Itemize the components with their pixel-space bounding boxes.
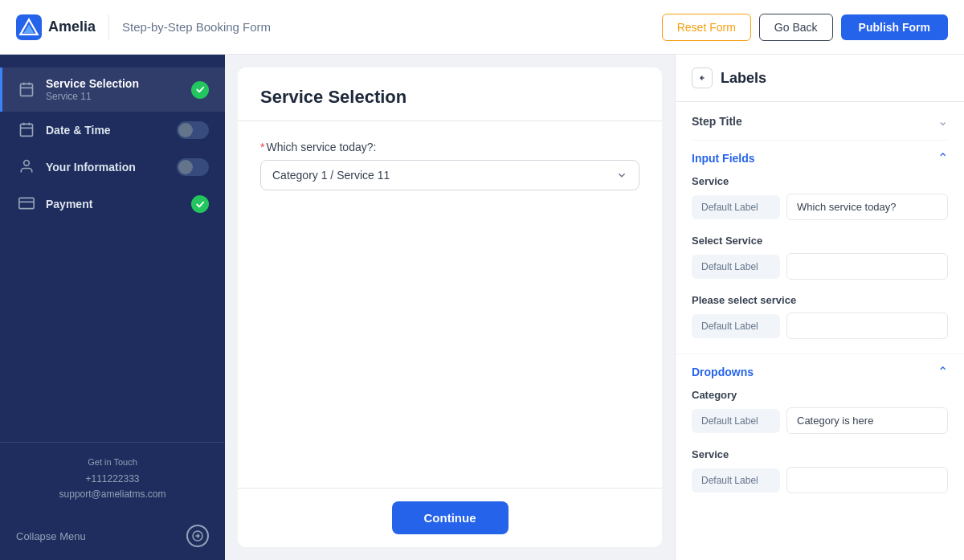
sidebar-item-service-selection-check <box>191 81 209 99</box>
topbar: Amelia Step-by-Step Booking Form Reset F… <box>0 0 964 55</box>
sidebar-contact-phone: +111222333 <box>16 472 209 487</box>
step-title-label: Step Title <box>692 115 742 128</box>
please-select-service-field-label: Please select service <box>692 294 948 306</box>
form-field-label-text: Which service today?: <box>266 141 376 153</box>
form-card: Service Selection *Which service today?:… <box>238 67 662 547</box>
category-field-group: Category Default Label <box>692 389 948 434</box>
panel-collapse-button[interactable] <box>692 67 713 88</box>
please-select-service-default-badge: Default Label <box>692 314 780 338</box>
collapse-icon <box>186 525 209 547</box>
sidebar-item-your-information-content: Your Information <box>46 161 167 174</box>
sidebar-item-payment-title: Payment <box>46 198 182 211</box>
panel-header: Labels <box>676 55 964 102</box>
input-fields-label[interactable]: Input Fields <box>692 152 755 165</box>
service-field-label: Service <box>692 175 948 187</box>
sidebar-contact-heading: Get in Touch <box>16 456 209 470</box>
sidebar-item-date-time-content: Date & Time <box>46 124 167 137</box>
topbar-left: Amelia Step-by-Step Booking Form <box>16 14 271 40</box>
svg-point-11 <box>24 161 30 166</box>
sidebar-item-service-selection-title: Service Selection <box>46 77 182 90</box>
logo-icon <box>16 14 42 40</box>
svg-rect-7 <box>21 124 33 136</box>
select-service-field-group: Select Service Default Label <box>692 235 948 280</box>
topbar-subtitle: Step-by-Step Booking Form <box>122 20 271 34</box>
svg-rect-12 <box>19 198 34 208</box>
sidebar-item-payment[interactable]: Payment <box>0 186 225 223</box>
service-default-badge: Default Label <box>692 195 780 219</box>
form-field-label: *Which service today?: <box>260 141 639 153</box>
dropdowns-section: Dropdowns ⌃ Category Default Label Servi… <box>676 354 964 493</box>
input-fields-chevron[interactable]: ⌃ <box>937 150 948 166</box>
form-area: Service Selection *Which service today?:… <box>225 55 675 560</box>
sidebar-item-service-selection[interactable]: Service Selection Service 11 <box>0 67 225 112</box>
sidebar-item-payment-check <box>191 195 209 213</box>
sidebar-item-date-time-title: Date & Time <box>46 124 167 137</box>
select-service-default-badge: Default Label <box>692 255 780 279</box>
step-title-section: Step Title ⌄ <box>676 102 964 141</box>
continue-button[interactable]: Continue <box>392 501 509 534</box>
service-field-row: Default Label <box>692 194 948 220</box>
category-default-badge: Default Label <box>692 409 780 433</box>
service-field-group: Service Default Label <box>692 175 948 220</box>
calendar-check-icon <box>18 81 36 99</box>
dropdowns-chevron[interactable]: ⌃ <box>937 364 948 379</box>
step-title-row[interactable]: Step Title ⌄ <box>692 102 948 141</box>
dropdowns-label[interactable]: Dropdowns <box>692 366 754 378</box>
form-card-footer: Continue <box>238 488 662 547</box>
svg-rect-3 <box>21 84 33 96</box>
category-field-label: Category <box>692 389 948 401</box>
service2-default-badge: Default Label <box>692 468 780 493</box>
category-field-row: Default Label <box>692 407 948 434</box>
sidebar-item-your-information-toggle[interactable] <box>177 158 209 176</box>
please-select-service-field-input[interactable] <box>786 313 948 339</box>
reset-form-button[interactable]: Reset Form <box>662 14 751 41</box>
service-field-input[interactable] <box>786 194 948 220</box>
category-field-input[interactable] <box>786 407 948 434</box>
service2-field-input[interactable] <box>786 467 948 493</box>
form-card-body: *Which service today?: Category 1 / Serv… <box>238 121 662 488</box>
right-panel: Labels Step Title ⌄ Input Fields ⌃ Servi… <box>675 55 964 560</box>
sidebar-item-service-selection-content: Service Selection Service 11 <box>46 77 182 102</box>
sidebar-footer: Get in Touch +111222333 support@ameliatm… <box>0 442 225 515</box>
service2-field-group: Service Default Label <box>692 448 948 493</box>
input-fields-header: Input Fields ⌃ <box>692 141 948 175</box>
user-icon <box>18 158 36 176</box>
calendar-icon <box>18 121 36 139</box>
go-back-button[interactable]: Go Back <box>759 14 833 41</box>
sidebar-item-service-selection-subtitle: Service 11 <box>46 91 182 102</box>
credit-card-icon <box>18 195 36 213</box>
sidebar: Service Selection Service 11 Date & <box>0 55 225 560</box>
logo: Amelia <box>16 14 96 40</box>
service-select[interactable]: Category 1 / Service 11 <box>260 160 639 190</box>
topbar-divider <box>108 14 109 40</box>
please-select-service-field-row: Default Label <box>692 313 948 339</box>
form-card-title: Service Selection <box>260 87 639 108</box>
sidebar-item-date-time-toggle[interactable] <box>177 121 209 139</box>
required-indicator: * <box>260 141 264 153</box>
main-layout: Service Selection Service 11 Date & <box>0 55 964 560</box>
sidebar-item-your-information[interactable]: Your Information <box>0 149 225 186</box>
form-card-header: Service Selection <box>238 67 662 121</box>
topbar-actions: Reset Form Go Back Publish Form <box>662 14 948 41</box>
select-service-field-row: Default Label <box>692 253 948 280</box>
sidebar-contact: Get in Touch +111222333 support@ameliatm… <box>16 456 209 502</box>
sidebar-item-payment-content: Payment <box>46 198 182 211</box>
service2-field-label: Service <box>692 448 948 460</box>
step-title-chevron: ⌄ <box>937 113 948 129</box>
service2-field-row: Default Label <box>692 467 948 493</box>
collapse-menu-label: Collapse Menu <box>16 530 86 542</box>
panel-title: Labels <box>721 70 766 87</box>
select-service-field-input[interactable] <box>786 253 948 280</box>
select-service-field-label: Select Service <box>692 235 948 247</box>
please-select-service-field-group: Please select service Default Label <box>692 294 948 339</box>
collapse-menu[interactable]: Collapse Menu <box>0 525 225 547</box>
logo-text: Amelia <box>48 18 96 35</box>
publish-form-button[interactable]: Publish Form <box>841 14 948 40</box>
dropdowns-header: Dropdowns ⌃ <box>692 354 948 389</box>
input-fields-section: Input Fields ⌃ Service Default Label Sel… <box>676 141 964 339</box>
sidebar-contact-email: support@ameliatms.com <box>16 487 209 502</box>
sidebar-item-your-information-title: Your Information <box>46 161 167 174</box>
sidebar-item-date-time[interactable]: Date & Time <box>0 112 225 149</box>
